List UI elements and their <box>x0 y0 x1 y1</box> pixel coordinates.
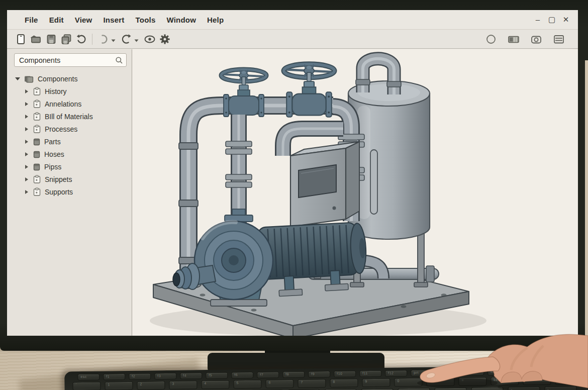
folder-icon <box>24 75 34 83</box>
monitor-bezel: File Edit View Insert Tools Window Help … <box>0 0 588 351</box>
keyboard-key: f1 <box>103 373 125 380</box>
expand-arrow-icon[interactable] <box>24 165 29 169</box>
tree-item-history[interactable]: History <box>7 85 132 98</box>
expand-arrow-icon[interactable] <box>24 140 29 144</box>
hand <box>374 326 588 390</box>
expand-arrow-icon[interactable] <box>24 177 29 181</box>
tree-item-supports[interactable]: Supports <box>7 185 132 198</box>
window-controls: – ▢ ✕ <box>534 15 578 24</box>
keyboard-key: esc <box>77 374 100 381</box>
render-button[interactable] <box>507 32 520 46</box>
record-button[interactable] <box>484 32 498 46</box>
sidebar: Components History Annelations <box>7 49 132 336</box>
keyboard-key: f6 <box>231 372 253 379</box>
keyboard-key: f8 <box>282 371 305 378</box>
search-icon[interactable] <box>115 56 123 64</box>
new-file-icon <box>15 33 27 45</box>
expand-arrow-icon[interactable] <box>24 102 29 106</box>
tree-item-annelations[interactable]: Annelations <box>7 98 132 110</box>
tree-item-hoses[interactable]: Hoses <box>7 148 132 160</box>
clipboard-plus-icon <box>33 87 41 95</box>
expand-arrow-icon[interactable] <box>24 190 29 194</box>
redo-icon <box>121 33 133 45</box>
pump-suction-riser <box>225 115 253 227</box>
keyboard-key: f7 <box>257 371 279 378</box>
search-input[interactable] <box>14 53 127 67</box>
gear-icon <box>159 33 171 45</box>
box-icon <box>33 163 40 171</box>
pump-suction-opening <box>173 273 180 286</box>
keyboard-key: f2 <box>129 373 151 380</box>
save-all-icon <box>60 33 72 45</box>
tree-root-label: Components <box>38 75 77 83</box>
keyboard-key: ` <box>72 382 101 390</box>
viewport-canvas[interactable] <box>132 49 578 336</box>
undo-icon <box>75 33 87 45</box>
tree-item-bill-of-materials[interactable]: BIll of Materials <box>7 110 132 123</box>
visibility-button[interactable] <box>143 32 156 46</box>
keyboard-key: 4 <box>201 380 229 389</box>
menu-view[interactable]: View <box>69 16 98 24</box>
menu-insert[interactable]: Insert <box>98 16 130 24</box>
component-tree: Components History Annelations <box>7 72 132 198</box>
keyboard-key: 8 <box>330 378 358 387</box>
save-all-button[interactable] <box>59 32 73 46</box>
keyboard-key: 5 <box>233 380 261 389</box>
toolbar <box>7 30 578 49</box>
menu-tools[interactable]: Tools <box>130 16 161 24</box>
tree-item-parts[interactable]: Parts <box>7 135 132 148</box>
menu-bar: File Edit View Insert Tools Window Help … <box>7 10 578 30</box>
save-button[interactable] <box>44 32 58 46</box>
keyboard-key: 1 <box>105 381 133 390</box>
close-button[interactable]: ✕ <box>562 15 570 24</box>
tree-item-pipes[interactable]: Pipss <box>7 160 132 173</box>
toolbar-separator <box>92 34 92 45</box>
keyboard-key: 2 <box>137 381 165 390</box>
new-file-button[interactable] <box>14 32 28 46</box>
save-icon <box>45 33 57 45</box>
expand-arrow-icon[interactable] <box>24 152 29 156</box>
minimize-button[interactable]: – <box>534 15 542 24</box>
clipboard-plus-icon <box>33 175 41 183</box>
expand-arrow-icon[interactable] <box>24 89 29 93</box>
eye-icon <box>143 33 156 45</box>
scene: File Edit View Insert Tools Window Help … <box>0 0 588 390</box>
dropdown-caret-icon[interactable] <box>111 39 116 42</box>
box-icon <box>33 150 40 158</box>
dropdown-caret-icon[interactable] <box>134 39 139 42</box>
keyboard-key: f9 <box>308 371 330 378</box>
settings-button[interactable] <box>158 32 171 46</box>
keyboard-key: 3 <box>169 380 197 389</box>
search-box <box>14 53 127 67</box>
redo-button[interactable] <box>120 32 133 46</box>
expand-arrow-icon[interactable] <box>24 127 29 131</box>
menu-help[interactable]: Help <box>202 16 229 24</box>
film-icon <box>508 34 520 45</box>
pump-skid-illustration <box>132 49 578 336</box>
keyboard-key: f5 <box>206 372 228 379</box>
layout-list-button[interactable] <box>552 32 565 46</box>
clipboard-plus-icon <box>33 112 41 121</box>
app-window: File Edit View Insert Tools Window Help … <box>7 10 578 336</box>
maximize-button[interactable]: ▢ <box>548 15 556 24</box>
menu-window[interactable]: Window <box>161 16 202 24</box>
keyboard-key: 7 <box>298 379 326 388</box>
menu-edit[interactable]: Edit <box>44 16 69 24</box>
tree-item-snippets[interactable]: Snippets <box>7 173 132 185</box>
tree-item-processes[interactable]: Processes <box>7 123 132 135</box>
keyboard-key: f10 <box>334 370 356 377</box>
snapshot-button[interactable] <box>529 32 543 46</box>
box-icon <box>33 138 40 146</box>
menu-file[interactable]: File <box>19 16 44 24</box>
undo-button[interactable] <box>74 32 88 46</box>
open-button[interactable] <box>29 32 43 46</box>
tree-root-components[interactable]: Components <box>7 72 132 85</box>
camera-icon <box>530 34 542 45</box>
desk-edge <box>585 60 588 342</box>
expand-arrow-icon[interactable] <box>15 77 20 80</box>
expand-arrow-icon[interactable] <box>24 115 29 119</box>
gate-valve-2 <box>284 64 335 117</box>
history-back-button[interactable] <box>96 32 110 46</box>
tank-handle <box>370 150 377 214</box>
control-box-screen <box>299 165 336 198</box>
